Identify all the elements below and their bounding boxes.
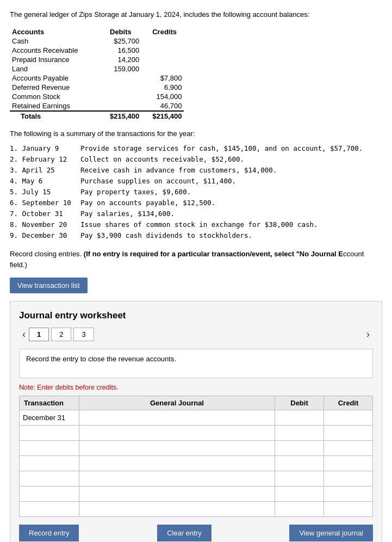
journal-credit-input[interactable] [327, 505, 369, 513]
ledger-col-debits: Debits [108, 27, 150, 36]
view-transaction-list-button[interactable]: View transaction list [10, 278, 88, 293]
journal-gj-cell[interactable] [79, 441, 275, 456]
journal-credit-cell[interactable] [324, 456, 373, 471]
ledger-row: Land 159,000 [10, 64, 184, 73]
journal-credit-cell[interactable] [324, 441, 373, 456]
journal-debit-cell[interactable] [275, 502, 324, 517]
journal-gj-input[interactable] [83, 459, 271, 467]
journal-gj-input[interactable] [83, 444, 271, 452]
worksheet-title: Journal entry worksheet [19, 310, 373, 321]
ledger-totals-row: Totals $215,400 $215,400 [10, 111, 184, 121]
journal-gj-cell[interactable] [79, 426, 275, 441]
transactions-list: 1. January 92. February 123. April 254. … [10, 143, 382, 241]
transaction-description: Pay on accounts payable, $12,500. [80, 198, 363, 208]
transaction-number: 8. November 20 [10, 219, 80, 230]
journal-debit-cell[interactable] [275, 486, 324, 502]
journal-credit-input[interactable] [327, 490, 369, 498]
ledger-credit: $7,800 [150, 73, 184, 83]
journal-gj-cell[interactable] [79, 410, 275, 426]
transactions-intro: The following is a summary of the transa… [10, 130, 382, 138]
ledger-account: Cash [10, 36, 108, 46]
worksheet-card: Journal entry worksheet ‹ 1 2 3 › Record… [10, 301, 382, 542]
ledger-account: Retained Earnings [10, 101, 108, 111]
journal-debit-cell[interactable] [275, 456, 324, 471]
journal-gj-input[interactable] [83, 475, 271, 483]
transaction-description: Pay $3,900 cash dividends to stockholder… [80, 230, 363, 241]
journal-transaction-cell [20, 441, 79, 456]
ledger-row: Deferred Revenue 6,900 [10, 83, 184, 92]
transaction-description: Receive cash in advance from customers, … [80, 165, 363, 176]
ledger-col-credits: Credits [150, 27, 184, 36]
transaction-description: Purchase supplies on account, $11,400. [80, 176, 363, 187]
transaction-number: 5. July 15 [10, 187, 80, 198]
journal-row [20, 486, 373, 502]
ledger-account: Land [10, 64, 108, 73]
journal-transaction-cell [20, 456, 79, 471]
ledger-credit: 154,000 [150, 92, 184, 101]
journal-gj-cell[interactable] [79, 471, 275, 486]
journal-debit-input[interactable] [278, 429, 320, 437]
journal-transaction-cell: December 31 [20, 410, 79, 426]
ledger-account: Common Stock [10, 92, 108, 101]
journal-debit-cell[interactable] [275, 441, 324, 456]
th-general-journal: General Journal [79, 396, 275, 410]
trans-numbers: 1. January 92. February 123. April 254. … [10, 143, 80, 241]
tab-3[interactable]: 3 [73, 328, 94, 341]
journal-credit-cell[interactable] [324, 502, 373, 517]
clear-entry-button[interactable]: Clear entry [157, 525, 211, 541]
journal-debit-cell[interactable] [275, 426, 324, 441]
journal-credit-input[interactable] [327, 475, 369, 483]
journal-debit-input[interactable] [278, 459, 320, 467]
journal-credit-input[interactable] [327, 444, 369, 452]
ledger-debit: 16,500 [108, 46, 150, 55]
record-description: Record the entry to close the revenue ac… [19, 349, 373, 378]
journal-credit-cell[interactable] [324, 410, 373, 426]
journal-credit-input[interactable] [327, 459, 369, 467]
journal-debit-cell[interactable] [275, 410, 324, 426]
journal-table: Transaction General Journal Debit Credit… [19, 396, 373, 517]
journal-row: December 31 [20, 410, 373, 426]
journal-credit-input[interactable] [327, 414, 369, 422]
note-text: Note: Enter debits before credits. [19, 384, 373, 391]
transaction-number: 6. September 10 [10, 198, 80, 208]
journal-transaction-cell [20, 486, 79, 502]
journal-transaction-cell [20, 502, 79, 517]
ledger-credit [150, 36, 184, 46]
journal-credit-cell[interactable] [324, 486, 373, 502]
ledger-debit [108, 83, 150, 92]
journal-gj-input[interactable] [83, 490, 271, 498]
journal-debit-input[interactable] [278, 490, 320, 498]
journal-debit-cell[interactable] [275, 471, 324, 486]
next-arrow-button[interactable]: › [363, 328, 373, 341]
view-general-journal-button[interactable]: View general journal [289, 525, 373, 541]
journal-row [20, 456, 373, 471]
journal-gj-cell[interactable] [79, 502, 275, 517]
journal-debit-input[interactable] [278, 414, 320, 422]
journal-credit-input[interactable] [327, 429, 369, 437]
prev-arrow-button[interactable]: ‹ [19, 328, 29, 341]
journal-gj-input[interactable] [83, 429, 271, 437]
journal-debit-input[interactable] [278, 444, 320, 452]
ledger-debit [108, 73, 150, 83]
journal-gj-input[interactable] [83, 505, 271, 513]
tab-1[interactable]: 1 [29, 328, 49, 341]
trans-details: Provide storage services for cash, $145,… [80, 143, 363, 241]
journal-gj-cell[interactable] [79, 486, 275, 502]
closing-bold: (If no entry is required for a particula… [84, 250, 343, 258]
journal-credit-cell[interactable] [324, 426, 373, 441]
transaction-description: Provide storage services for cash, $145,… [80, 143, 363, 154]
transaction-description: Collect on accounts receivable, $52,600. [80, 154, 363, 165]
journal-debit-input[interactable] [278, 505, 320, 513]
record-entry-button[interactable]: Record entry [19, 525, 79, 541]
transaction-number: 9. December 30 [10, 230, 80, 241]
journal-row [20, 502, 373, 517]
journal-debit-input[interactable] [278, 475, 320, 483]
journal-gj-cell[interactable] [79, 456, 275, 471]
ledger-debit: 14,200 [108, 55, 150, 64]
ledger-row: Cash $25,700 [10, 36, 184, 46]
ledger-row: Prepaid Insurance 14,200 [10, 55, 184, 64]
tab-2[interactable]: 2 [51, 328, 71, 341]
journal-gj-input[interactable] [83, 414, 271, 422]
journal-credit-cell[interactable] [324, 471, 373, 486]
closing-prefix: Record closing entries. [10, 250, 84, 258]
